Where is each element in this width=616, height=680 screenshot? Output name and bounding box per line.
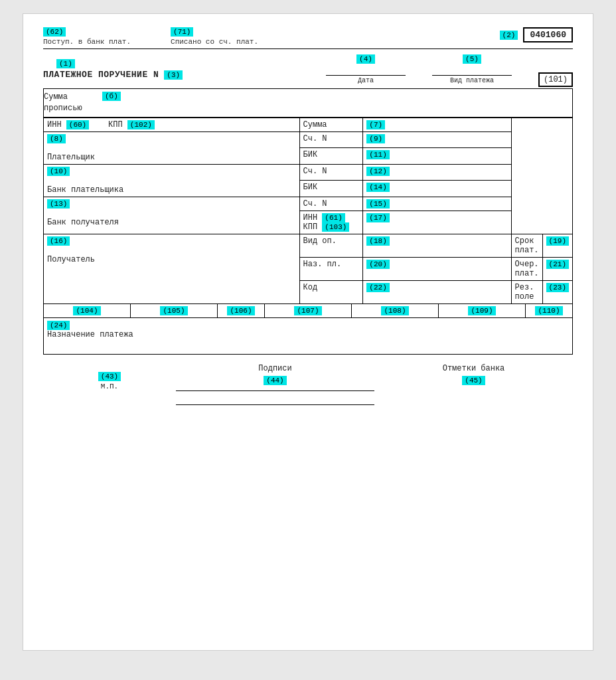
cell-ocher-label: Очер. плат. <box>511 257 542 280</box>
label-postup: Поступ. в банк плат. <box>43 38 131 46</box>
label-naznach: Назначение платежа <box>47 330 133 339</box>
label-vid: Вид платежа <box>450 77 494 84</box>
cell-naz-pl-label: Наз. пл. <box>299 257 363 280</box>
vid-col: (5) Вид платежа <box>432 54 512 84</box>
cell-kod-label: Код <box>299 280 363 303</box>
cell-sch-n-label2: Сч. N <box>299 164 363 181</box>
cell-20: (20) <box>363 257 511 280</box>
row-inn-kpp-summa: ИНН (60) КПП (102) Сумма (7) <box>44 118 573 131</box>
row-13-15: (13) Банк получателя Сч. N (15) <box>44 197 573 211</box>
doc-number: 0401060 <box>523 27 573 42</box>
cell-108: (108) <box>352 304 439 317</box>
badge-6: (б) <box>102 92 121 101</box>
badge-62: (62) <box>43 27 66 37</box>
badge-7: (7) <box>366 120 385 129</box>
cell-bik-label2: БИК <box>299 181 363 197</box>
badge-108: (108) <box>381 306 408 315</box>
badge-43: (43) <box>98 372 121 381</box>
cell-16-poluchatel: (16) Получатель <box>44 234 300 303</box>
badge-109: (109) <box>468 306 495 315</box>
badge-16: (16) <box>47 236 70 246</box>
badge-71: (71) <box>171 27 193 37</box>
cell-21: (21) <box>542 257 572 280</box>
payment-title: ПЛАТЕЖНОЕ ПОРУЧЕНИЕ N <box>43 70 159 80</box>
cell-22: (22) <box>363 280 511 303</box>
badge-110: (110) <box>535 306 562 315</box>
badge-13: (13) <box>47 199 70 209</box>
badge-3: (3) <box>164 70 183 80</box>
badge-104: (104) <box>73 306 100 315</box>
label-bank-pol: Банк получателя <box>47 218 119 227</box>
badge-105: (105) <box>160 306 187 315</box>
badge-107: (107) <box>294 306 321 315</box>
naznach-area: (24) Назначение платежа <box>43 318 573 355</box>
badge-11: (11) <box>366 150 389 159</box>
cell-bik-label: БИК <box>299 148 363 165</box>
label-podpisi: Подписи <box>176 364 374 373</box>
badge-22: (22) <box>366 283 389 292</box>
vid-line <box>432 64 512 76</box>
top-right: (2) 0401060 <box>500 27 573 42</box>
row-10-12: (10) Банк плательщика Сч. N (12) <box>44 164 573 181</box>
divider-1 <box>43 48 573 49</box>
cell-srok-label: Срок плат. <box>511 234 542 257</box>
badge-20: (20) <box>366 260 389 269</box>
cell-vid-op-label: Вид оп. <box>299 234 363 257</box>
badge-4: (4) <box>356 54 375 64</box>
badge-kpp2: (103) <box>322 222 349 232</box>
badge-19: (19) <box>546 236 569 246</box>
badge-5: (5) <box>463 54 481 64</box>
badge-10: (10) <box>47 167 70 176</box>
cell-12: (12) <box>363 164 511 181</box>
badge-44: (44) <box>264 376 286 385</box>
badge-18: (18) <box>366 236 389 246</box>
badge-9: (9) <box>366 134 385 143</box>
cell-inn2-kpp2: ИНН (61) КПП (103) <box>299 211 363 234</box>
mp-col: (43) М.П. <box>43 359 176 390</box>
badge-21: (21) <box>546 260 569 269</box>
label-kpp2: КПП <box>303 222 318 232</box>
badge-102: (102) <box>127 120 155 129</box>
label-kpp: КПП <box>108 120 123 129</box>
badge-12: (12) <box>366 167 389 176</box>
cell-17: (17) <box>363 211 511 234</box>
cell-18: (18) <box>363 234 511 257</box>
badge-1-area: (1) ПЛАТЕЖНОЕ ПОРУЧЕНИЕ N (3) <box>43 59 183 80</box>
badge-101-box: (101) <box>538 75 573 84</box>
cell-summa-value: (7) <box>363 118 511 131</box>
top-left: (62) Поступ. в банк плат. (71) Списано с… <box>43 27 258 46</box>
summa-label: Сумма прописью <box>44 92 97 114</box>
cell-8: (8) Плательщик <box>44 131 300 164</box>
cell-19: (19) <box>542 234 572 257</box>
numbers-row: (104) (105) (106) (107) (108) (109) (110… <box>43 304 573 318</box>
cell-13-bankpol: (13) Банк получателя <box>44 197 300 234</box>
cell-rez-label: Рез. поле <box>511 280 542 303</box>
badge-62-col: (62) Поступ. в банк плат. <box>43 27 131 46</box>
badge-24: (24) <box>47 321 70 330</box>
second-row: (1) ПЛАТЕЖНОЕ ПОРУЧЕНИЕ N (3) (4) Дата (… <box>43 54 573 84</box>
cell-15: (15) <box>363 197 511 211</box>
summa-row: Сумма прописью (б) <box>43 88 573 118</box>
label-poluchatel: Получатель <box>47 255 95 264</box>
cell-sch-n-label3: Сч. N <box>299 197 363 211</box>
otmetki-area: Отметки банка (45) <box>374 364 573 405</box>
cell-104: (104) <box>44 304 131 317</box>
cell-14: (14) <box>363 181 511 197</box>
payment-order-form: (62) Поступ. в банк плат. (71) Списано с… <box>23 13 593 651</box>
cell-109: (109) <box>439 304 526 317</box>
date-col: (4) Дата <box>326 54 406 84</box>
second-row-right: (4) Дата (5) Вид платежа (101) <box>326 54 573 84</box>
label-inn2: ИНН <box>303 213 318 222</box>
label-data: Дата <box>358 77 374 84</box>
badge-71-col: (71) Списано со сч. плат. <box>171 27 258 46</box>
badge-8: (8) <box>47 134 66 143</box>
label-bank-plat: Банк плательщика <box>47 185 123 195</box>
cell-summa-label: Сумма <box>299 118 363 131</box>
label-spisano: Списано со сч. плат. <box>171 38 258 46</box>
badge-60: (60) <box>66 120 89 129</box>
label-platelshik: Плательщик <box>47 153 95 162</box>
badge-2: (2) <box>500 31 518 40</box>
cell-105: (105) <box>131 304 218 317</box>
cell-sch-n-label: Сч. N <box>299 131 363 148</box>
cell-110: (110) <box>526 304 572 317</box>
